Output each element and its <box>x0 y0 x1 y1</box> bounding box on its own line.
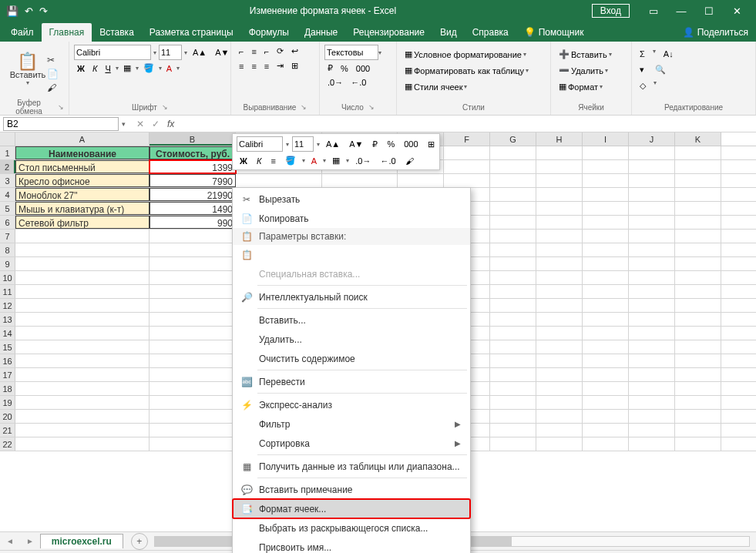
cell[interactable] <box>583 243 629 256</box>
cell[interactable] <box>583 327 629 340</box>
row-header[interactable]: 9 <box>0 257 15 270</box>
cell[interactable] <box>536 340 583 354</box>
cell[interactable] <box>490 424 536 437</box>
cell[interactable] <box>536 327 583 340</box>
cell[interactable] <box>629 174 675 187</box>
cell[interactable] <box>629 299 675 312</box>
cell-styles-button[interactable]: ▦Стили ячеек▾ <box>402 80 546 93</box>
cell[interactable] <box>15 354 150 367</box>
cell[interactable] <box>675 174 721 187</box>
ctx-pick-list[interactable]: Выбрать из раскрывающегося списка... <box>233 518 470 538</box>
paste-icon[interactable]: 📋 <box>10 53 46 70</box>
cell[interactable] <box>490 174 536 187</box>
cell[interactable] <box>629 313 675 326</box>
row-header[interactable]: 11 <box>0 285 15 298</box>
row-header[interactable]: 10 <box>0 271 15 284</box>
sheet-tab[interactable]: microexcel.ru <box>40 534 123 548</box>
fill-color-icon[interactable]: 🪣 <box>140 62 157 75</box>
cell[interactable] <box>629 437 675 451</box>
cell[interactable] <box>15 340 150 354</box>
tab-help[interactable]: Справка <box>465 23 516 42</box>
cell[interactable] <box>536 382 583 395</box>
cell[interactable] <box>629 368 675 381</box>
cell[interactable] <box>536 368 583 381</box>
cell[interactable] <box>583 271 629 284</box>
cell[interactable]: Стоимость, руб. <box>150 146 236 159</box>
row-header[interactable]: 14 <box>0 327 15 340</box>
cell[interactable] <box>583 146 629 159</box>
cell[interactable] <box>490 271 536 284</box>
tell-me[interactable]: 💡Помощник <box>516 23 592 42</box>
cell[interactable] <box>583 382 629 395</box>
cell[interactable] <box>536 410 583 423</box>
cell[interactable] <box>15 313 150 326</box>
cell[interactable]: Стол письменный <box>15 160 150 173</box>
minimize-icon[interactable]: — <box>668 2 694 20</box>
row-header[interactable]: 3 <box>0 174 15 187</box>
cell[interactable] <box>490 396 536 409</box>
insert-cells-button[interactable]: ➕Вставить▾ <box>556 48 627 61</box>
cell[interactable] <box>583 368 629 381</box>
ctx-cut[interactable]: ✂Вырезать <box>233 189 470 209</box>
font-name-combo[interactable] <box>74 45 151 60</box>
cell[interactable] <box>150 299 236 312</box>
tab-data[interactable]: Данные <box>297 23 345 42</box>
cell[interactable] <box>150 230 236 243</box>
cell[interactable]: Моноблок 27" <box>15 188 150 201</box>
cell[interactable] <box>629 188 675 201</box>
ctx-insert[interactable]: Вставить... <box>233 310 470 330</box>
cell[interactable] <box>490 257 536 270</box>
cell[interactable] <box>236 174 322 187</box>
row-header[interactable]: 20 <box>0 410 15 423</box>
cell[interactable] <box>490 202 536 215</box>
cell[interactable] <box>490 340 536 354</box>
sheet-nav-prev-icon[interactable]: ◄ <box>0 537 20 545</box>
cell[interactable] <box>583 202 629 215</box>
font-color-icon[interactable]: A <box>163 62 175 75</box>
cell[interactable]: Сетевой фильтр <box>15 216 150 229</box>
cancel-formula-icon[interactable]: ✕ <box>136 119 144 129</box>
col-header-I[interactable]: I <box>583 132 629 146</box>
mini-font-combo[interactable] <box>237 136 283 152</box>
share-button[interactable]: 👤Поделиться <box>675 23 756 42</box>
cell[interactable] <box>675 327 721 340</box>
cell[interactable] <box>536 396 583 409</box>
save-icon[interactable]: 💾 <box>6 5 18 17</box>
login-button[interactable]: Вход <box>592 4 630 18</box>
row-header[interactable]: 17 <box>0 368 15 381</box>
cell[interactable] <box>675 285 721 298</box>
tab-formulas[interactable]: Формулы <box>241 23 297 42</box>
cell[interactable] <box>15 368 150 381</box>
cell[interactable] <box>629 340 675 354</box>
align-left-icon[interactable]: ≡ <box>236 59 247 72</box>
ctx-get-data[interactable]: ▦Получить данные из таблицы или диапазон… <box>233 457 470 476</box>
row-header[interactable]: 2 <box>0 160 15 173</box>
mini-inc-icon[interactable]: ←.0 <box>377 155 398 167</box>
mini-currency-icon[interactable]: ₽ <box>369 138 381 151</box>
mini-align-icon[interactable]: ≡ <box>267 155 278 167</box>
dialog-launcher-icon[interactable]: ↘ <box>368 103 375 111</box>
cell[interactable] <box>490 299 536 312</box>
cell[interactable] <box>675 410 721 423</box>
number-format-combo[interactable] <box>324 45 378 60</box>
cell[interactable] <box>536 285 583 298</box>
maximize-icon[interactable]: ☐ <box>696 2 722 20</box>
font-size-combo[interactable] <box>159 45 182 60</box>
mini-grow-font-icon[interactable]: A▲ <box>323 138 343 150</box>
format-painter-icon[interactable]: 🖌 <box>47 82 59 93</box>
undo-icon[interactable]: ↶ <box>25 5 33 17</box>
cell[interactable] <box>490 368 536 381</box>
cell[interactable] <box>675 160 721 173</box>
paste-label[interactable]: Вставить <box>10 70 46 79</box>
tab-view[interactable]: Вид <box>432 23 465 42</box>
cell[interactable] <box>150 410 236 423</box>
cell[interactable] <box>583 437 629 451</box>
ctx-quick-analysis[interactable]: ⚡Экспресс-анализ <box>233 395 470 414</box>
cell[interactable] <box>536 216 583 229</box>
cell[interactable] <box>675 188 721 201</box>
cell[interactable] <box>536 230 583 243</box>
cell[interactable] <box>490 313 536 326</box>
ribbon-options-icon[interactable]: ▭ <box>640 2 667 20</box>
cell[interactable] <box>15 299 150 312</box>
col-header-G[interactable]: G <box>490 132 536 146</box>
